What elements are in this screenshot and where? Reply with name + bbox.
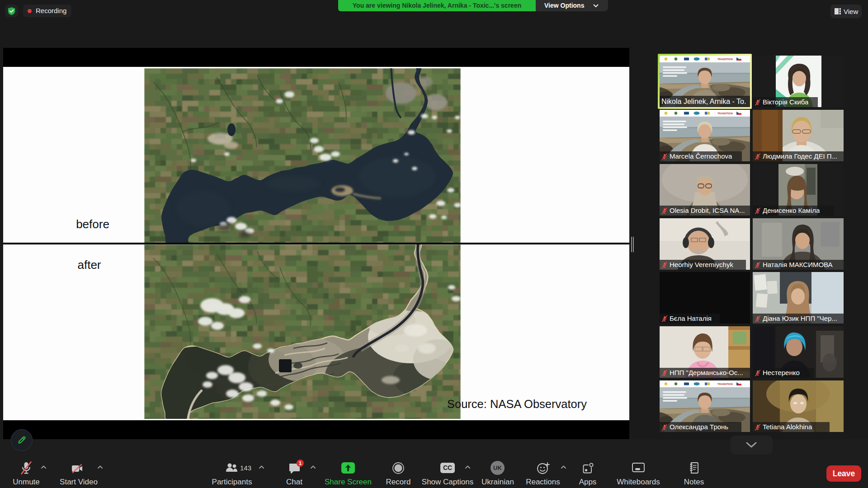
svg-text:TRANSITION: TRANSITION — [717, 383, 733, 385]
svg-text:TRANSITION: TRANSITION — [717, 58, 733, 61]
svg-text:TRANSITION: TRANSITION — [717, 112, 733, 115]
